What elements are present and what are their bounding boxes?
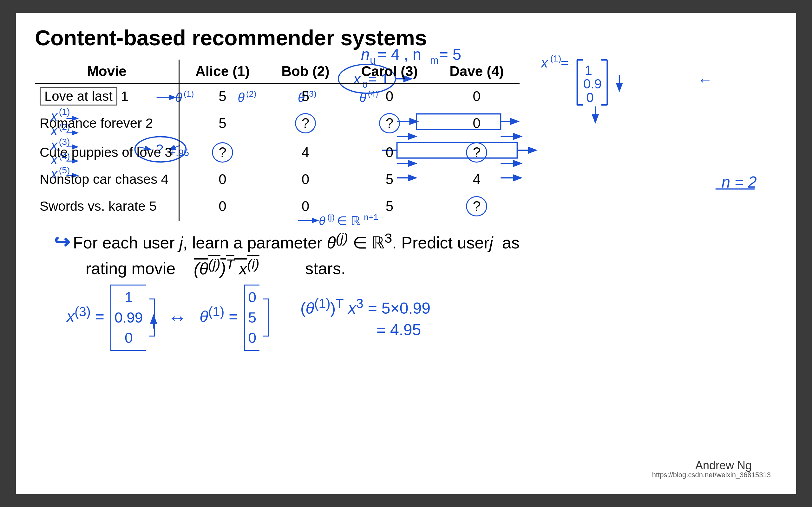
rating-bob-4: 0 (265, 167, 345, 192)
rating-carol-2: ? (345, 109, 434, 138)
final-calc: (θ(1))T x3 = 5×0.99 = 4.95 (300, 296, 430, 339)
rating-bob-2: ? (265, 109, 345, 138)
rating-carol-5: 5 (345, 192, 434, 221)
movie-name-1: Love at last 1 (35, 83, 179, 109)
ratings-table: Movie Alice (1) Bob (2) Carol (3) Dave (… (35, 60, 519, 221)
rating-dave-3: ? (434, 138, 519, 167)
rating-alice-1: 5 (179, 83, 265, 109)
rating-dave-4: 4 (434, 167, 519, 192)
movie-name-5: Swords vs. karate 5 (35, 192, 179, 221)
col-header-alice: Alice (1) (179, 60, 265, 83)
rating-carol-4: 5 (345, 167, 434, 192)
col-header-dave: Dave (4) (434, 60, 519, 83)
theta1-equation: θ(1) = 0 5 0 (200, 285, 269, 351)
movie-name-2: Romance forever 2 (35, 109, 179, 138)
table-row: Romance forever 2 5 ? ? 0 (35, 109, 519, 138)
col-header-bob: Bob (2) (265, 60, 345, 83)
movie-name-4: Nonstop car chases 4 (35, 167, 179, 192)
table-row: Love at last 1 5 5 0 0 (35, 83, 519, 109)
formula-text: For each user j, learn a parameter θ(j) … (73, 230, 519, 252)
movie-name-3: Cute puppies of love 3 (35, 138, 179, 167)
col-header-carol: Carol (3) (345, 60, 434, 83)
arrow-icon: ↪ (54, 231, 70, 253)
rating-dave-2: 0 (434, 109, 519, 138)
table-row: Nonstop car chases 4 0 0 5 4 (35, 167, 519, 192)
rating-alice-5: 0 (179, 192, 265, 221)
rating-alice-4: 0 (179, 167, 265, 192)
rating-bob-1: 5 (265, 83, 345, 109)
rating-carol-1: 0 (345, 83, 434, 109)
table-row: Swords vs. karate 5 0 0 5 ? (35, 192, 519, 221)
rating-bob-5: 0 (265, 192, 345, 221)
rating-alice-3: ? (179, 138, 265, 167)
col-header-movie: Movie (35, 60, 179, 83)
x3-equation: x(3) = 1 0.99 0 (67, 285, 155, 351)
rating-bob-3: 4 (265, 138, 345, 167)
rating-dave-1: 0 (434, 83, 519, 109)
watermark-label: https://blog.csdn.net/weixin_36815313 (652, 471, 771, 479)
rating-dave-5: ? (434, 192, 519, 221)
slide-title: Content-based recommender systems (35, 25, 777, 50)
leftrightarrow-icon: ↔ (168, 307, 187, 329)
love-at-last-box: Love at last (40, 87, 117, 106)
author-label: Andrew Ng (695, 459, 752, 472)
rating-carol-3: 0 (345, 138, 434, 167)
formula-line2: rating movie (θ(j))T x(i) stars. (86, 256, 777, 278)
rating-alice-2: 5 (179, 109, 265, 138)
table-row: Cute puppies of love 3 ? 4 0 ? (35, 138, 519, 167)
